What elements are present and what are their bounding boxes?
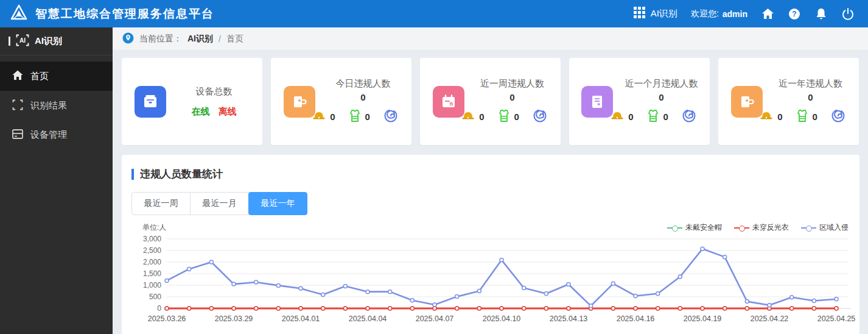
legend-label: 未穿反光衣 — [752, 222, 789, 233]
svg-text:1,000: 1,000 — [143, 281, 161, 290]
sidebar-item-device-management[interactable]: 设备管理 — [0, 120, 113, 149]
breadcrumb-prefix: 当前位置： — [139, 34, 182, 44]
panel-title-accent — [131, 169, 134, 180]
violations-chart-panel: 违规人员数量统计 最近一周 最近一月 最近一年 单位:人 未戴安全帽 未穿反光衣 — [122, 155, 859, 334]
sidebar-item-label: 设备管理 — [30, 129, 67, 141]
sidebar-title: AI识别 — [35, 35, 62, 47]
legend-marker — [667, 225, 682, 230]
username: admin — [723, 9, 747, 19]
chart-legend: 未戴安全帽 未穿反光衣 区域入侵 — [667, 222, 849, 233]
svg-text:2025.03.29: 2025.03.29 — [215, 314, 253, 323]
stat-cards-row: 设备总数 在线 离线 今日违规人数 0 0 — [122, 58, 859, 145]
violations-today-icon — [284, 86, 315, 118]
helmet-icon — [760, 111, 773, 123]
vest-icon — [498, 109, 510, 125]
sidebar-item-label: 识别结果 — [30, 100, 67, 112]
card-title: 近一周违规人数 — [480, 78, 544, 90]
svg-text:1,500: 1,500 — [143, 269, 161, 278]
legend-marker — [801, 225, 816, 230]
sidebar-header: AI AI识别 — [0, 27, 113, 55]
app-header: 智慧工地综合管理服务信息平台 AI识别 欢迎您: admin ? — [0, 0, 868, 27]
helmet-icon — [312, 111, 326, 123]
vest-count: 0 — [514, 112, 519, 122]
app-switcher-label: AI识别 — [651, 8, 677, 20]
sidebar-item-recognition-results[interactable]: 识别结果 — [0, 91, 113, 120]
card-total: 0 — [360, 92, 365, 102]
home-icon[interactable] — [761, 7, 774, 21]
vest-icon — [796, 109, 808, 125]
intrusion-spiral-icon — [533, 108, 547, 126]
vest-count: 0 — [365, 112, 370, 122]
card-violations-week: 近一周违规人数 0 0 0 — [420, 58, 561, 145]
helmet-count: 0 — [330, 112, 335, 122]
line-chart[interactable]: 05001,0001,5002,0002,5003,0002025.03.262… — [131, 234, 851, 329]
violations-month-icon — [581, 86, 613, 118]
helmet-icon — [461, 111, 475, 123]
card-title: 近一年违规人数 — [779, 78, 842, 90]
svg-text:2025.04.01: 2025.04.01 — [282, 314, 320, 323]
svg-text:2025.04.10: 2025.04.10 — [483, 314, 521, 323]
card-title: 今日违规人数 — [336, 78, 391, 90]
legend-label: 未戴安全帽 — [685, 222, 722, 233]
svg-text:0: 0 — [157, 304, 161, 313]
bell-icon[interactable] — [814, 7, 828, 21]
vest-icon — [349, 109, 361, 125]
device-icon — [12, 129, 23, 141]
line-chart-svg: 05001,0001,5002,0002,5003,0002025.03.262… — [131, 234, 860, 327]
svg-text:2025.04.19: 2025.04.19 — [684, 314, 722, 323]
breadcrumb: 当前位置： AI识别 / 首页 — [113, 27, 868, 51]
legend-item-helmet[interactable]: 未戴安全帽 — [667, 222, 722, 233]
breadcrumb-root[interactable]: AI识别 — [187, 34, 213, 44]
help-icon[interactable]: ? — [788, 7, 801, 21]
legend-item-intrusion[interactable]: 区域入侵 — [801, 222, 849, 233]
vest-count: 0 — [813, 112, 817, 122]
svg-text:2,500: 2,500 — [143, 246, 161, 255]
intrusion-spiral-icon — [383, 108, 398, 126]
tab-last-month[interactable]: 最近一月 — [190, 192, 249, 215]
card-title: 近一个月违规人数 — [625, 78, 698, 90]
helmet-count: 0 — [479, 112, 484, 122]
vest-count: 0 — [663, 112, 668, 122]
card-total: 0 — [808, 92, 813, 102]
offline-label: 离线 — [219, 106, 237, 118]
location-pin-icon — [122, 32, 134, 46]
breadcrumb-separator: / — [219, 34, 221, 44]
sidebar: AI AI识别 首页 识别结果 设备管理 — [0, 27, 113, 334]
violations-year-icon — [731, 86, 763, 118]
logout-icon[interactable] — [841, 7, 855, 21]
intrusion-spiral-icon — [682, 108, 696, 126]
card-title: 设备总数 — [196, 86, 233, 98]
card-total: 0 — [509, 92, 514, 102]
legend-label: 区域入侵 — [819, 222, 849, 233]
panel-title: 违规人员数量统计 — [140, 167, 223, 181]
helmet-icon — [611, 111, 624, 123]
sidebar-item-label: 首页 — [30, 71, 49, 82]
vest-icon — [647, 109, 659, 125]
sidebar-accent-bar — [9, 37, 10, 46]
sidebar-item-home[interactable]: 首页 — [0, 62, 113, 91]
card-violations-year: 近一年违规人数 0 0 0 — [718, 58, 859, 145]
home-icon — [12, 70, 23, 82]
svg-text:2025.04.16: 2025.04.16 — [617, 314, 655, 323]
online-label: 在线 — [192, 106, 210, 118]
card-violations-month: 近一个月违规人数 0 0 0 — [569, 58, 710, 145]
svg-text:?: ? — [792, 10, 796, 18]
intrusion-spiral-icon — [831, 108, 845, 126]
svg-text:AI: AI — [19, 37, 26, 44]
tab-last-year[interactable]: 最近一年 — [248, 192, 307, 215]
main-content: 当前位置： AI识别 / 首页 设备总数 在线 离线 — [113, 27, 868, 334]
card-total: 0 — [659, 92, 663, 102]
app-switcher[interactable]: AI识别 — [634, 7, 677, 21]
tab-last-week[interactable]: 最近一周 — [131, 192, 191, 215]
svg-text:2025.04.04: 2025.04.04 — [349, 314, 387, 323]
app-title: 智慧工地综合管理服务信息平台 — [35, 6, 214, 22]
svg-text:500: 500 — [149, 293, 161, 301]
unit-label: 单位:人 — [142, 222, 166, 233]
welcome-text: 欢迎您: admin — [691, 9, 747, 20]
svg-text:2025.04.25: 2025.04.25 — [817, 314, 856, 323]
legend-item-vest[interactable]: 未穿反光衣 — [734, 222, 789, 233]
svg-text:2025.04.07: 2025.04.07 — [416, 314, 454, 323]
svg-text:2025.04.22: 2025.04.22 — [751, 314, 789, 323]
grid-icon — [634, 7, 646, 21]
app-logo-icon — [10, 4, 28, 24]
